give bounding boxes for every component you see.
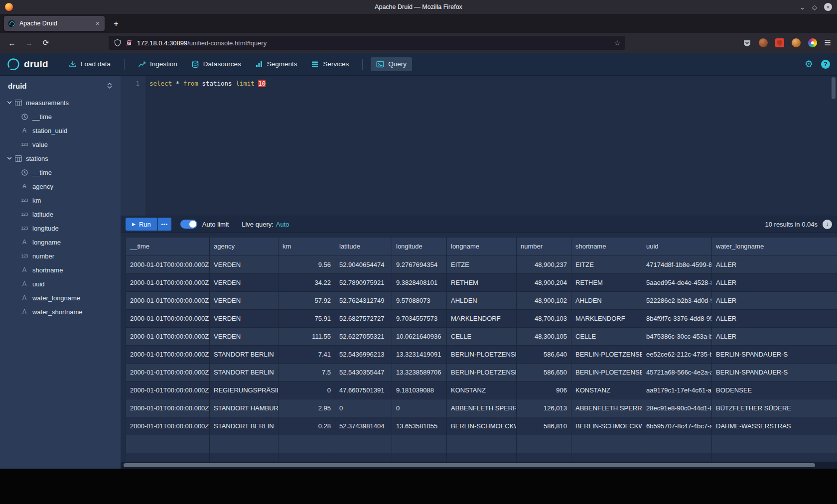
cell-agency[interactable]: STANDORT BERLIN xyxy=(210,345,279,363)
column-header-water_longname[interactable]: water_longname xyxy=(712,238,837,255)
cell-water_longname[interactable]: BERLIN-SPANDAUER-S xyxy=(712,345,837,363)
sort-icon[interactable] xyxy=(107,82,113,89)
cell-km[interactable]: 7.5 xyxy=(279,363,335,381)
cell-__time[interactable]: 2000-01-01T00:00:00.000Z xyxy=(126,399,210,417)
bookmark-star-icon[interactable]: ☆ xyxy=(614,39,620,47)
nav-services[interactable]: Services xyxy=(305,57,354,71)
back-button[interactable]: ← xyxy=(5,36,19,50)
new-tab-button[interactable]: + xyxy=(110,17,123,30)
schema-column-longname[interactable]: Alongname xyxy=(0,235,121,249)
cell-agency[interactable]: STANDORT BERLIN xyxy=(210,417,279,435)
nav-query[interactable]: Query xyxy=(371,57,412,71)
auto-limit-toggle[interactable] xyxy=(180,220,197,229)
ublock-icon[interactable] xyxy=(775,38,784,47)
schema-column-uuid[interactable]: Auuid xyxy=(0,277,121,291)
cell-longitude[interactable]: 9.2767694354 xyxy=(392,255,447,273)
cell-__time[interactable]: 2000-01-01T00:00:00.000Z xyxy=(126,381,210,399)
cell-uuid[interactable]: b475386c-30cc-453a-b3 xyxy=(642,327,712,345)
live-query-value[interactable]: Auto xyxy=(276,221,289,228)
cell-longname[interactable]: RETHEM xyxy=(447,273,517,291)
cell-km[interactable]: 0.28 xyxy=(279,417,335,435)
run-button[interactable]: ▶ Run xyxy=(126,218,157,231)
cell-km[interactable]: 0 xyxy=(279,381,335,399)
cell-shortname[interactable]: ABBENFLETH SPERRWEI xyxy=(571,399,642,417)
cell-agency[interactable]: VERDEN xyxy=(210,255,279,273)
cell-latitude[interactable]: 52.5436996213 xyxy=(335,345,392,363)
column-header-km[interactable]: km xyxy=(279,238,335,255)
reload-button[interactable]: ⟳ xyxy=(39,36,53,50)
schema-column-value[interactable]: 123value xyxy=(0,137,121,151)
schema-column-water_shortname[interactable]: Awater_shortname xyxy=(0,305,121,319)
cell-km[interactable]: 9.56 xyxy=(279,255,335,273)
cell-uuid[interactable]: 45721a68-566c-4e2a-a6 xyxy=(642,363,712,381)
cell-latitude[interactable]: 47.6607501391 xyxy=(335,381,392,399)
cell-shortname[interactable]: AHLDEN xyxy=(571,291,642,309)
query-text[interactable]: select * from stations limit 10 xyxy=(145,76,837,216)
cell-km[interactable]: 7.41 xyxy=(279,345,335,363)
chevron-down-icon[interactable] xyxy=(7,100,12,105)
cell-water_longname[interactable]: BERLIN-SPANDAUER-S xyxy=(712,363,837,381)
cell-km[interactable]: 57.92 xyxy=(279,291,335,309)
cell-longitude[interactable]: 10.0621640936 xyxy=(392,327,447,345)
cell-__time[interactable]: 2000-01-01T00:00:00.000Z xyxy=(126,273,210,291)
column-header-latitude[interactable]: latitude xyxy=(335,238,392,255)
schema-column-shortname[interactable]: Ashortname xyxy=(0,263,121,277)
cell-__time[interactable]: 2000-01-01T00:00:00.000Z xyxy=(126,291,210,309)
cell-latitude[interactable]: 52.3743981404 xyxy=(335,417,392,435)
cell-shortname[interactable]: KONSTANZ xyxy=(571,381,642,399)
cell-longitude[interactable]: 9.7034557573 xyxy=(392,309,447,327)
cell-number[interactable]: 48,900,204 xyxy=(517,273,571,291)
cell-latitude[interactable]: 52.5430355447 xyxy=(335,363,392,381)
cell-number[interactable]: 126,013 xyxy=(517,399,571,417)
schema-column-station_uuid[interactable]: Astation_uuid xyxy=(0,124,121,137)
cell-agency[interactable]: VERDEN xyxy=(210,291,279,309)
cell-longname[interactable]: BERLIN-PLOETZENSEE U xyxy=(447,363,517,381)
cell-number[interactable]: 48,700,103 xyxy=(517,309,571,327)
cell-longname[interactable]: ABBENFLETH SPERRWEI xyxy=(447,399,517,417)
cell-number[interactable]: 48,900,237 xyxy=(517,255,571,273)
cell-number[interactable]: 906 xyxy=(517,381,571,399)
column-header-agency[interactable]: agency xyxy=(210,238,279,255)
column-header-uuid[interactable]: uuid xyxy=(642,238,712,255)
cell-number[interactable]: 586,650 xyxy=(517,363,571,381)
tab-close-icon[interactable]: × xyxy=(95,19,101,27)
extension-icon-2[interactable] xyxy=(792,38,801,47)
cell-latitude[interactable]: 52.6227055321 xyxy=(335,327,392,345)
schema-column-agency[interactable]: Aagency xyxy=(0,179,121,193)
url-bar[interactable]: 172.18.0.4:30899/unified-console.html#qu… xyxy=(109,36,625,50)
cell-shortname[interactable]: EITZE xyxy=(571,255,642,273)
cell-water_longname[interactable]: ALLER xyxy=(712,255,837,273)
cell-uuid[interactable]: ee52ce62-212c-4735-b4 xyxy=(642,345,712,363)
cell-latitude[interactable]: 52.6827572727 xyxy=(335,309,392,327)
cell-latitude[interactable]: 52.7890975921 xyxy=(335,273,392,291)
cell-longitude[interactable]: 13.3238589706 xyxy=(392,363,447,381)
cell-__time[interactable]: 2000-01-01T00:00:00.000Z xyxy=(126,309,210,327)
cell-longitude[interactable]: 9.3828408101 xyxy=(392,273,447,291)
cell-__time[interactable]: 2000-01-01T00:00:00.000Z xyxy=(126,363,210,381)
schema-column-longitude[interactable]: 123longitude xyxy=(0,221,121,235)
schema-column-water_longname[interactable]: Awater_longname xyxy=(0,291,121,305)
window-close-button[interactable]: × xyxy=(824,3,832,11)
schema-column-number[interactable]: 123number xyxy=(0,249,121,263)
column-header-__time[interactable]: __time xyxy=(126,238,210,255)
query-editor[interactable]: 1 select * from stations limit 10 xyxy=(121,76,837,216)
cell-agency[interactable]: STANDORT HAMBURG xyxy=(210,399,279,417)
nav-datasources[interactable]: Datasources xyxy=(186,57,247,71)
nav-ingestion[interactable]: Ingestion xyxy=(133,57,183,71)
cell-uuid[interactable]: 6b595707-8c47-4bc7-a8 xyxy=(642,417,712,435)
cell-longname[interactable]: MARKLENDORF xyxy=(447,309,517,327)
cell-uuid[interactable]: 8b4f9f7c-3376-4dd8-95c xyxy=(642,309,712,327)
cell-shortname[interactable]: BERLIN-SCHMOECKWITZ xyxy=(571,417,642,435)
tab-apache-druid[interactable]: Apache Druid × xyxy=(4,16,105,31)
cell-longitude[interactable]: 9.181039088 xyxy=(392,381,447,399)
cell-water_longname[interactable]: ALLER xyxy=(712,291,837,309)
cell-longitude[interactable]: 0 xyxy=(392,399,447,417)
cell-uuid[interactable]: 47174d8f-1b8e-4599-8a xyxy=(642,255,712,273)
cell-longitude[interactable]: 13.653581055 xyxy=(392,417,447,435)
gear-icon[interactable]: ⚙ xyxy=(805,58,813,70)
cell-water_longname[interactable]: DAHME-WASSERSTRAS xyxy=(712,417,837,435)
cell-longname[interactable]: KONSTANZ xyxy=(447,381,517,399)
nav-segments[interactable]: Segments xyxy=(250,57,303,71)
schema-column-latitude[interactable]: 123latitude xyxy=(0,207,121,221)
cell-number[interactable]: 586,810 xyxy=(517,417,571,435)
